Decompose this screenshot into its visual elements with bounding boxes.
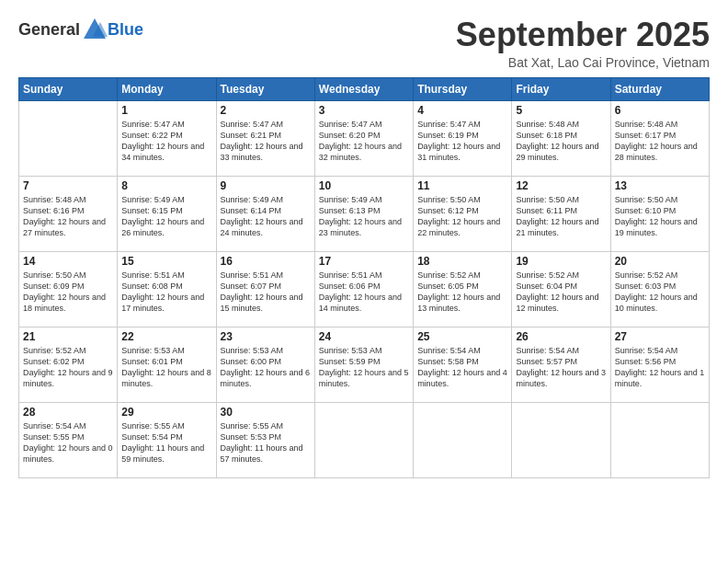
day-number: 5 (516, 104, 606, 117)
day-number: 8 (121, 179, 211, 192)
table-cell: 21Sunrise: 5:52 AMSunset: 6:02 PMDayligh… (19, 327, 118, 402)
day-number: 17 (319, 255, 409, 268)
table-cell: 20Sunrise: 5:52 AMSunset: 6:03 PMDayligh… (610, 251, 709, 327)
table-cell: 30Sunrise: 5:55 AMSunset: 5:53 PMDayligh… (216, 402, 314, 477)
day-number: 27 (615, 330, 705, 343)
col-monday: Monday (118, 77, 216, 100)
table-cell: 13Sunrise: 5:50 AMSunset: 6:10 PMDayligh… (610, 176, 709, 251)
table-cell: 16Sunrise: 5:51 AMSunset: 6:07 PMDayligh… (216, 251, 314, 327)
day-number: 14 (23, 255, 113, 268)
day-number: 12 (516, 179, 606, 192)
header-row: Sunday Monday Tuesday Wednesday Thursday… (19, 77, 710, 100)
day-number: 3 (319, 104, 409, 117)
cell-info: Sunrise: 5:55 AMSunset: 5:54 PMDaylight:… (121, 420, 211, 465)
day-number: 1 (121, 104, 211, 117)
table-cell: 26Sunrise: 5:54 AMSunset: 5:57 PMDayligh… (512, 327, 610, 402)
table-cell: 27Sunrise: 5:54 AMSunset: 5:56 PMDayligh… (610, 327, 709, 402)
cell-info: Sunrise: 5:50 AMSunset: 6:11 PMDaylight:… (516, 194, 606, 239)
table-cell: 28Sunrise: 5:54 AMSunset: 5:55 PMDayligh… (19, 402, 118, 477)
cell-info: Sunrise: 5:52 AMSunset: 6:03 PMDaylight:… (615, 270, 705, 315)
cell-info: Sunrise: 5:54 AMSunset: 5:57 PMDaylight:… (516, 345, 606, 390)
day-number: 21 (23, 330, 113, 343)
table-cell: 17Sunrise: 5:51 AMSunset: 6:06 PMDayligh… (314, 251, 413, 327)
calendar-week-row: 21Sunrise: 5:52 AMSunset: 6:02 PMDayligh… (19, 327, 710, 402)
cell-info: Sunrise: 5:51 AMSunset: 6:06 PMDaylight:… (319, 270, 409, 315)
day-number: 19 (516, 255, 606, 268)
cell-info: Sunrise: 5:50 AMSunset: 6:12 PMDaylight:… (417, 194, 507, 239)
cell-info: Sunrise: 5:53 AMSunset: 5:59 PMDaylight:… (319, 345, 409, 390)
table-cell (512, 402, 610, 477)
cell-info: Sunrise: 5:48 AMSunset: 6:17 PMDaylight:… (615, 119, 705, 164)
table-cell: 24Sunrise: 5:53 AMSunset: 5:59 PMDayligh… (314, 327, 413, 402)
day-number: 26 (516, 330, 606, 343)
day-number: 2 (221, 104, 311, 117)
cell-info: Sunrise: 5:52 AMSunset: 6:05 PMDaylight:… (417, 270, 507, 315)
logo-icon (82, 17, 108, 42)
table-cell: 29Sunrise: 5:55 AMSunset: 5:54 PMDayligh… (118, 402, 216, 477)
table-cell: 8Sunrise: 5:49 AMSunset: 6:15 PMDaylight… (118, 176, 216, 251)
day-number: 11 (417, 179, 507, 192)
calendar-week-row: 1Sunrise: 5:47 AMSunset: 6:22 PMDaylight… (19, 100, 710, 176)
day-number: 25 (417, 330, 507, 343)
day-number: 7 (23, 179, 113, 192)
col-tuesday: Tuesday (216, 77, 314, 100)
title-block: September 2025 Bat Xat, Lao Cai Province… (456, 17, 710, 70)
table-cell: 15Sunrise: 5:51 AMSunset: 6:08 PMDayligh… (118, 251, 216, 327)
table-cell: 5Sunrise: 5:48 AMSunset: 6:18 PMDaylight… (512, 100, 610, 176)
day-number: 23 (221, 330, 311, 343)
table-cell: 10Sunrise: 5:49 AMSunset: 6:13 PMDayligh… (314, 176, 413, 251)
cell-info: Sunrise: 5:54 AMSunset: 5:55 PMDaylight:… (23, 420, 113, 465)
cell-info: Sunrise: 5:50 AMSunset: 6:10 PMDaylight:… (615, 194, 705, 239)
table-cell: 22Sunrise: 5:53 AMSunset: 6:01 PMDayligh… (118, 327, 216, 402)
month-title: September 2025 (456, 17, 710, 53)
col-wednesday: Wednesday (314, 77, 413, 100)
cell-info: Sunrise: 5:47 AMSunset: 6:22 PMDaylight:… (121, 119, 211, 164)
day-number: 15 (121, 255, 211, 268)
day-number: 9 (221, 179, 311, 192)
location-title: Bat Xat, Lao Cai Province, Vietnam (456, 55, 710, 70)
table-cell (19, 100, 118, 176)
day-number: 22 (121, 330, 211, 343)
cell-info: Sunrise: 5:51 AMSunset: 6:07 PMDaylight:… (221, 270, 311, 315)
calendar-table: Sunday Monday Tuesday Wednesday Thursday… (18, 77, 710, 478)
cell-info: Sunrise: 5:53 AMSunset: 6:00 PMDaylight:… (221, 345, 311, 390)
table-cell: 18Sunrise: 5:52 AMSunset: 6:05 PMDayligh… (414, 251, 512, 327)
col-friday: Friday (512, 77, 610, 100)
day-number: 30 (221, 406, 311, 419)
table-cell: 6Sunrise: 5:48 AMSunset: 6:17 PMDaylight… (610, 100, 709, 176)
day-number: 4 (417, 104, 507, 117)
table-cell: 4Sunrise: 5:47 AMSunset: 6:19 PMDaylight… (414, 100, 512, 176)
cell-info: Sunrise: 5:52 AMSunset: 6:04 PMDaylight:… (516, 270, 606, 315)
day-number: 28 (23, 406, 113, 419)
cell-info: Sunrise: 5:54 AMSunset: 5:56 PMDaylight:… (615, 345, 705, 390)
table-cell: 25Sunrise: 5:54 AMSunset: 5:58 PMDayligh… (414, 327, 512, 402)
table-cell (610, 402, 709, 477)
cell-info: Sunrise: 5:53 AMSunset: 6:01 PMDaylight:… (121, 345, 211, 390)
logo-blue: Blue (108, 20, 143, 40)
day-number: 10 (319, 179, 409, 192)
cell-info: Sunrise: 5:49 AMSunset: 6:15 PMDaylight:… (121, 194, 211, 239)
table-cell: 23Sunrise: 5:53 AMSunset: 6:00 PMDayligh… (216, 327, 314, 402)
table-cell: 14Sunrise: 5:50 AMSunset: 6:09 PMDayligh… (19, 251, 118, 327)
day-number: 20 (615, 255, 705, 268)
cell-info: Sunrise: 5:49 AMSunset: 6:14 PMDaylight:… (221, 194, 311, 239)
col-saturday: Saturday (610, 77, 709, 100)
table-cell (314, 402, 413, 477)
logo-general: General (18, 20, 80, 40)
cell-info: Sunrise: 5:52 AMSunset: 6:02 PMDaylight:… (23, 345, 113, 390)
cell-info: Sunrise: 5:48 AMSunset: 6:18 PMDaylight:… (516, 119, 606, 164)
cell-info: Sunrise: 5:50 AMSunset: 6:09 PMDaylight:… (23, 270, 113, 315)
day-number: 24 (319, 330, 409, 343)
cell-info: Sunrise: 5:54 AMSunset: 5:58 PMDaylight:… (417, 345, 507, 390)
table-cell: 3Sunrise: 5:47 AMSunset: 6:20 PMDaylight… (314, 100, 413, 176)
table-cell: 9Sunrise: 5:49 AMSunset: 6:14 PMDaylight… (216, 176, 314, 251)
col-thursday: Thursday (414, 77, 512, 100)
header: General Blue September 2025 Bat Xat, Lao… (18, 17, 710, 70)
calendar-page: General Blue September 2025 Bat Xat, Lao… (0, 0, 728, 563)
calendar-week-row: 28Sunrise: 5:54 AMSunset: 5:55 PMDayligh… (19, 402, 710, 477)
cell-info: Sunrise: 5:47 AMSunset: 6:21 PMDaylight:… (221, 119, 311, 164)
day-number: 29 (121, 406, 211, 419)
cell-info: Sunrise: 5:49 AMSunset: 6:13 PMDaylight:… (319, 194, 409, 239)
day-number: 13 (615, 179, 705, 192)
cell-info: Sunrise: 5:48 AMSunset: 6:16 PMDaylight:… (23, 194, 113, 239)
